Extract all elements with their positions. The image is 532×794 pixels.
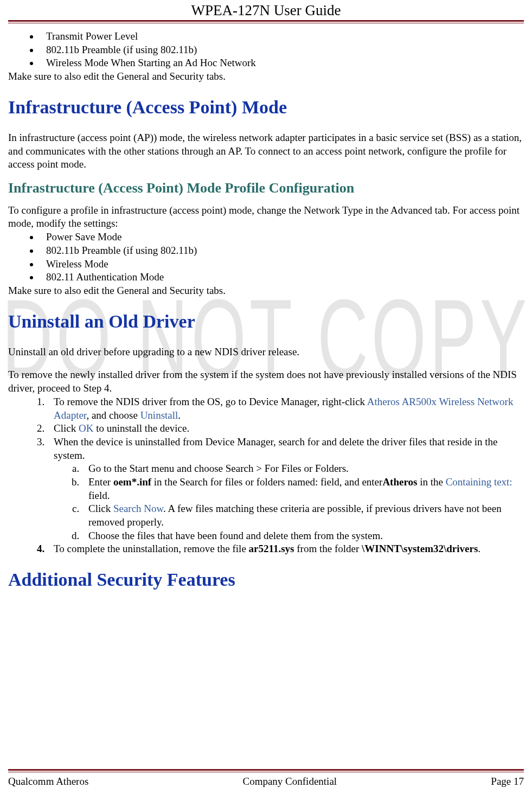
text: from the folder (294, 543, 362, 554)
intro-tail-paragraph: Make sure to also edit the General and S… (8, 70, 524, 84)
infra-cfg-bullet-list: Power Save Mode 802.11b Preamble (if usi… (27, 230, 524, 284)
page-header-title: WPEA-127N User Guide (8, 0, 524, 20)
substep-item: Enter oem*.inf in the Search for files o… (82, 476, 524, 502)
infra-paragraph: In infrastructure (access point (AP)) mo… (8, 131, 524, 171)
bold-text: \WINNT\system32\drivers (362, 543, 478, 554)
step-item: When the device is uninstalled from Devi… (47, 436, 524, 543)
text: field. (88, 490, 110, 501)
heading-additional-security: Additional Security Features (8, 568, 524, 592)
infra-cfg-paragraph: To configure a profile in infrastructure… (8, 204, 524, 230)
link-text: Uninstall (140, 409, 178, 421)
text: Enter (88, 476, 113, 488)
header-rule (8, 20, 524, 23)
intro-bullet-list: Transmit Power Level 802.11b Preamble (i… (27, 30, 524, 70)
heading-uninstall-driver: Uninstall an Old Driver (8, 310, 524, 334)
bold-text: oem*.inf (113, 476, 151, 488)
heading-infrastructure-mode: Infrastructure (Access Point) Mode (8, 95, 524, 119)
footer-rule (8, 769, 524, 772)
list-item: 802.11b Preamble (if using 802.11b) (40, 244, 524, 258)
footer-left: Qualcomm Atheros (8, 776, 88, 787)
heading-infra-profile-config: Infrastructure (Access Point) Mode Profi… (8, 179, 524, 197)
page-content: Transmit Power Level 802.11b Preamble (i… (8, 30, 524, 592)
substep-item: Go to the Start menu and choose Search >… (82, 462, 524, 476)
text: To complete the uninstallation, remove t… (54, 543, 249, 554)
text: To remove the NDIS driver from the OS, g… (54, 396, 367, 407)
text: . (478, 543, 480, 554)
infra-cfg-tail-paragraph: Make sure to also edit the General and S… (8, 284, 524, 298)
substep-item: Click Search Now. A few files matching t… (82, 502, 524, 529)
footer-right: Page 17 (491, 776, 524, 787)
step-item: To complete the uninstallation, remove t… (47, 542, 524, 556)
bold-text: Atheros (382, 476, 417, 488)
uninstall-paragraph-1: Uninstall an old driver before upgrading… (8, 345, 524, 359)
uninstall-paragraph-2: To remove the newly installed driver fro… (8, 368, 524, 395)
text: in the (417, 476, 445, 488)
page-footer: Qualcomm Atheros Company Confidential Pa… (8, 769, 524, 787)
text: Click (54, 422, 79, 434)
list-item: Transmit Power Level (40, 30, 524, 43)
text: . (178, 409, 181, 421)
footer-center: Company Confidential (242, 776, 337, 787)
list-item: Power Save Mode (40, 230, 524, 244)
text: to uninstall the device. (93, 422, 189, 434)
substep-item: Choose the files that have been found an… (82, 529, 524, 543)
text: When the device is uninstalled from Devi… (54, 436, 498, 461)
list-item: Wireless Mode When Starting an Ad Hoc Ne… (40, 56, 524, 70)
list-item: 802.11 Authentication Mode (40, 271, 524, 284)
link-text: OK (79, 422, 93, 434)
uninstall-steps-list: To remove the NDIS driver from the OS, g… (34, 395, 524, 556)
step-item: Click OK to uninstall the device. (47, 422, 524, 436)
bold-text: ar5211.sys (249, 543, 294, 554)
text: Click (88, 503, 113, 514)
substeps-list: Go to the Start menu and choose Search >… (69, 462, 524, 542)
step-item: To remove the NDIS driver from the OS, g… (47, 395, 524, 422)
list-item: Wireless Mode (40, 258, 524, 271)
list-item: 802.11b Preamble (if using 802.11b) (40, 43, 524, 57)
link-text: Search Now (113, 503, 163, 514)
text: , and choose (86, 409, 140, 421)
text: in the Search for files or folders named… (151, 476, 382, 488)
link-text: Containing text: (446, 476, 512, 488)
